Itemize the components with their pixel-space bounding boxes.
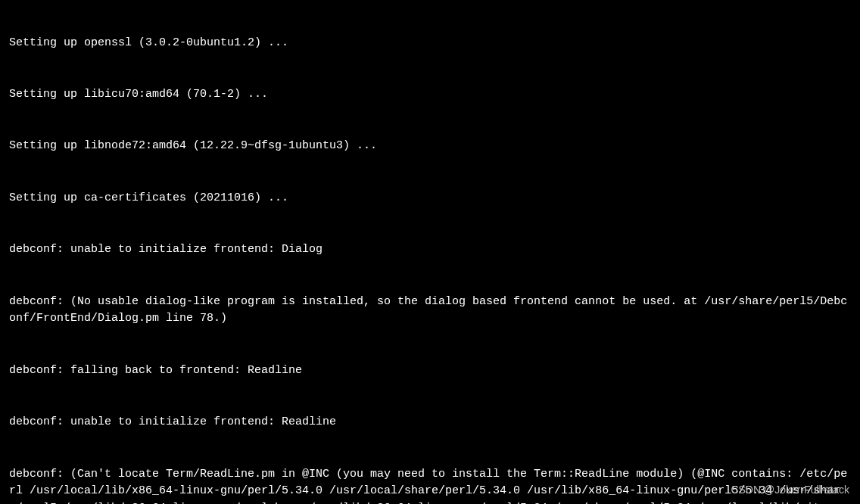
terminal-output[interactable]: Setting up openssl (3.0.2-0ubuntu1.2) ..… — [9, 0, 851, 504]
terminal-line: debconf: unable to initialize frontend: … — [9, 414, 851, 431]
terminal-line: Setting up openssl (3.0.2-0ubuntu1.2) ..… — [9, 35, 851, 52]
terminal-line: debconf: (Can't locate Term/ReadLine.pm … — [9, 466, 851, 504]
terminal-line: debconf: unable to initialize frontend: … — [9, 241, 851, 259]
terminal-line: Setting up libicu70:amd64 (70.1-2) ... — [9, 86, 851, 104]
watermark-text: CSDN @Joker-Full-stack — [731, 482, 849, 498]
terminal-line: debconf: (No usable dialog-like program … — [9, 294, 851, 328]
terminal-line: Setting up ca-certificates (20211016) ..… — [9, 190, 851, 207]
terminal-line: debconf: falling back to frontend: Readl… — [9, 362, 851, 380]
terminal-line: Setting up libnode72:amd64 (12.22.9~dfsg… — [9, 138, 851, 155]
